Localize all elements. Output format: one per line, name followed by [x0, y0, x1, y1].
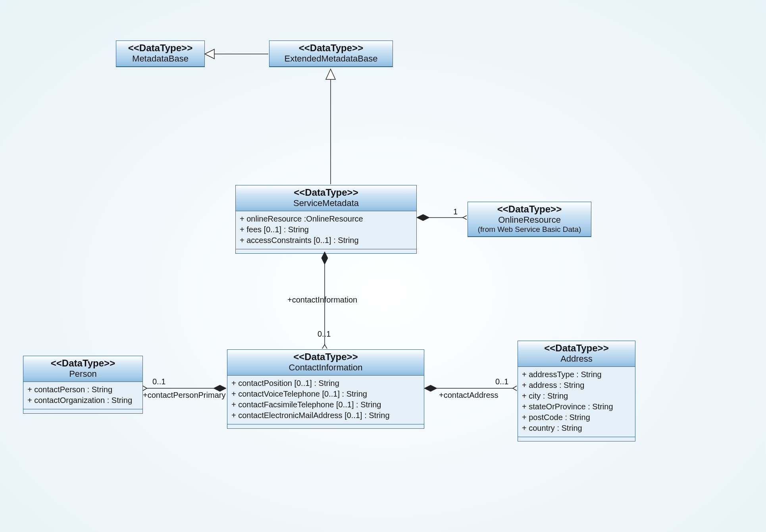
- diagram-canvas: <<DataType>> MetadataBase <<DataType>> E…: [0, 0, 766, 532]
- mult-contactinformation: 0..1: [318, 330, 331, 339]
- role-address: +contactAddress: [439, 391, 498, 400]
- svg-marker-4: [417, 214, 429, 221]
- svg-marker-6: [321, 252, 328, 264]
- mult-address: 0..1: [495, 377, 508, 386]
- role-contactinformation: +contactInformation: [287, 295, 357, 305]
- connectors: [0, 0, 766, 532]
- mult-person: 0..1: [152, 377, 166, 386]
- svg-marker-3: [326, 69, 335, 79]
- role-person: +contactPersonPrimary: [143, 391, 225, 400]
- svg-marker-10: [424, 385, 437, 391]
- mult-onlineresource: 1: [453, 207, 458, 216]
- svg-marker-1: [205, 49, 214, 59]
